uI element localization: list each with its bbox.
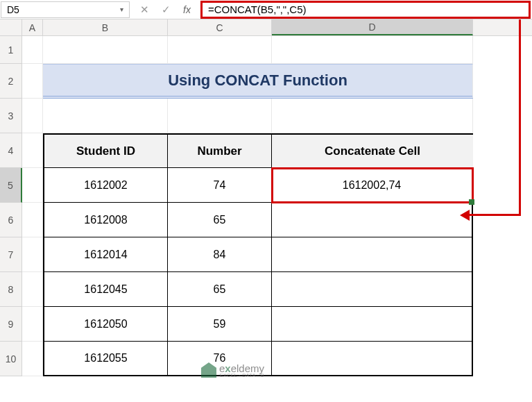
cell-D5-value: 1612002,74 xyxy=(343,179,402,192)
cell-D8[interactable] xyxy=(272,272,473,307)
cancel-icon[interactable]: ✕ xyxy=(140,3,149,16)
cell-D6[interactable] xyxy=(272,203,473,237)
cell-B10[interactable]: 1612055 xyxy=(43,342,168,376)
name-box-value: D5 xyxy=(7,4,19,15)
col-header-A[interactable]: A xyxy=(22,19,43,35)
cell-B5[interactable]: 1612002 xyxy=(43,168,168,203)
select-all-corner[interactable] xyxy=(0,19,22,35)
row-header-6[interactable]: 6 xyxy=(0,203,22,237)
cell-A7[interactable] xyxy=(22,237,43,272)
cell-A3[interactable] xyxy=(22,99,43,133)
cell-C8[interactable]: 65 xyxy=(168,272,272,307)
name-box[interactable]: D5 ▾ xyxy=(1,1,130,18)
cell-A1[interactable] xyxy=(22,36,43,64)
annotation-arrow-vertical xyxy=(519,19,521,215)
row-9: 1612050 59 xyxy=(22,307,532,342)
row-2: Using CONCAT Function xyxy=(22,64,532,99)
col-header-C[interactable]: C xyxy=(168,19,272,35)
col-header-D[interactable]: D xyxy=(272,19,473,35)
column-headers: A B C D xyxy=(0,19,532,36)
cell-D10[interactable] xyxy=(272,342,473,376)
cell-B7[interactable]: 1612014 xyxy=(43,237,168,272)
cell-C6[interactable]: 65 xyxy=(168,203,272,237)
cell-A10[interactable] xyxy=(22,342,43,376)
header-number[interactable]: Number xyxy=(168,133,272,168)
cell-A5[interactable] xyxy=(22,168,43,203)
fx-icon[interactable]: fx xyxy=(183,4,191,15)
row-4: Student ID Number Concatenate Cell xyxy=(22,133,532,168)
row-headers: 1 2 3 4 5 6 7 8 9 10 xyxy=(0,36,22,376)
cell-D5[interactable]: 1612002,74 xyxy=(272,168,473,203)
confirm-icon[interactable]: ✓ xyxy=(162,3,171,16)
cell-A2[interactable] xyxy=(22,64,43,99)
row-header-2[interactable]: 2 xyxy=(0,64,22,99)
cell-A6[interactable] xyxy=(22,203,43,237)
cell-B9[interactable]: 1612050 xyxy=(43,307,168,342)
row-header-1[interactable]: 1 xyxy=(0,36,22,64)
cell-C7[interactable]: 84 xyxy=(168,237,272,272)
row-6: 1612008 65 xyxy=(22,203,532,237)
annotation-arrow-head-icon xyxy=(460,210,470,221)
cell-B8[interactable]: 1612045 xyxy=(43,272,168,307)
row-10: 1612055 76 xyxy=(22,342,532,376)
fill-handle[interactable] xyxy=(469,199,474,205)
cell-C5[interactable]: 74 xyxy=(168,168,272,203)
row-5: 1612002 74 1612002,74 xyxy=(22,168,532,203)
cell-D7[interactable] xyxy=(272,237,473,272)
row-8: 1612045 65 xyxy=(22,272,532,307)
formula-bar[interactable]: =CONCAT(B5,",",C5) xyxy=(200,1,531,19)
row-header-3[interactable]: 3 xyxy=(0,99,22,133)
cell-C3[interactable] xyxy=(168,99,272,133)
name-box-dropdown-icon[interactable]: ▾ xyxy=(120,6,123,13)
cell-B1[interactable] xyxy=(43,36,168,64)
header-concat[interactable]: Concatenate Cell xyxy=(272,133,473,168)
annotation-arrow-horizontal xyxy=(468,214,521,216)
row-header-5[interactable]: 5 xyxy=(0,168,22,203)
row-header-4[interactable]: 4 xyxy=(0,133,22,168)
watermark: exeldemy EXCEL · DATA · B xyxy=(201,362,264,378)
row-header-10[interactable]: 10 xyxy=(0,342,22,376)
row-header-7[interactable]: 7 xyxy=(0,237,22,272)
row-3 xyxy=(22,99,532,133)
cell-A8[interactable] xyxy=(22,272,43,307)
row-header-9[interactable]: 9 xyxy=(0,307,22,342)
spreadsheet-grid: A B C D 1 2 3 4 5 6 7 8 9 10 xyxy=(0,19,532,376)
formula-text: =CONCAT(B5,",",C5) xyxy=(208,3,307,15)
cell-D9[interactable] xyxy=(272,307,473,342)
formula-bar-row: D5 ▾ ✕ ✓ fx =CONCAT(B5,",",C5) xyxy=(0,0,532,19)
title-cell[interactable]: Using CONCAT Function xyxy=(43,64,473,99)
row-7: 1612014 84 xyxy=(22,237,532,272)
cells-area: Using CONCAT Function Student ID Number … xyxy=(22,36,532,376)
cell-C9[interactable]: 59 xyxy=(168,307,272,342)
row-1 xyxy=(22,36,532,64)
cell-C1[interactable] xyxy=(168,36,272,64)
row-header-8[interactable]: 8 xyxy=(0,272,22,307)
cell-B3[interactable] xyxy=(43,99,168,133)
cell-A9[interactable] xyxy=(22,307,43,342)
cell-D1[interactable] xyxy=(272,36,473,64)
cell-A4[interactable] xyxy=(22,133,43,168)
fx-controls: ✕ ✓ fx xyxy=(130,3,200,16)
watermark-sub: EXCEL · DATA · B xyxy=(219,373,264,378)
cell-B6[interactable]: 1612008 xyxy=(43,203,168,237)
cell-D3[interactable] xyxy=(272,99,473,133)
col-header-B[interactable]: B xyxy=(43,19,168,35)
header-student-id[interactable]: Student ID xyxy=(43,133,168,168)
watermark-logo-icon xyxy=(201,362,216,378)
